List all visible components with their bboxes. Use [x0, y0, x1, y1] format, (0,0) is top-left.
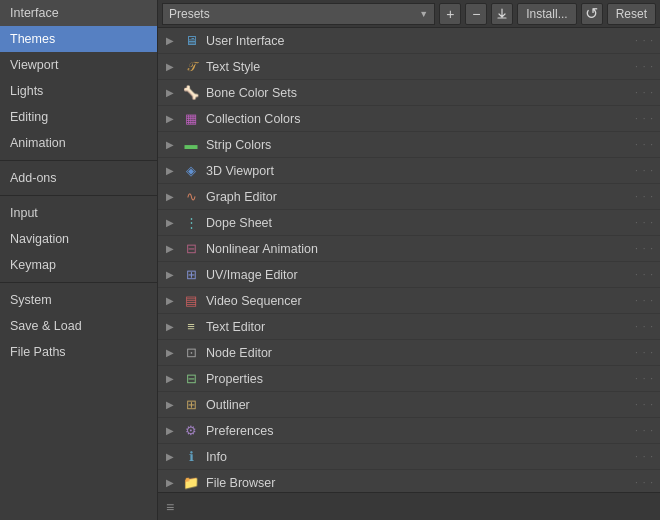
chevron-icon: ▶	[164, 477, 176, 488]
item-options-outliner[interactable]: · · ·	[635, 399, 654, 410]
list-item-text-editor[interactable]: ▶≡Text Editor· · ·	[158, 314, 660, 340]
dropdown-arrow-icon: ▼	[419, 9, 428, 19]
list-item-strip-colors[interactable]: ▶▬Strip Colors· · ·	[158, 132, 660, 158]
sidebar-item-file-paths[interactable]: File Paths	[0, 339, 157, 365]
item-label-outliner: Outliner	[206, 398, 629, 412]
install-button[interactable]: Install...	[517, 3, 576, 25]
remove-preset-button[interactable]: −	[465, 3, 487, 25]
list-item-dope-sheet[interactable]: ▶⋮Dope Sheet· · ·	[158, 210, 660, 236]
item-icon-dope-sheet: ⋮	[182, 214, 200, 232]
list-item-nonlinear-animation[interactable]: ▶⊟Nonlinear Animation· · ·	[158, 236, 660, 262]
chevron-icon: ▶	[164, 425, 176, 436]
presets-dropdown[interactable]: Presets ▼	[162, 3, 435, 25]
sidebar-item-themes[interactable]: Themes	[0, 26, 157, 52]
item-options-file-browser[interactable]: · · ·	[635, 477, 654, 488]
item-options-text-style[interactable]: · · ·	[635, 61, 654, 72]
item-label-text-editor: Text Editor	[206, 320, 629, 334]
sidebar-item-navigation[interactable]: Navigation	[0, 226, 157, 252]
item-options-strip-colors[interactable]: · · ·	[635, 139, 654, 150]
list-item-collection-colors[interactable]: ▶▦Collection Colors· · ·	[158, 106, 660, 132]
list-item-graph-editor[interactable]: ▶∿Graph Editor· · ·	[158, 184, 660, 210]
bottom-bar: ≡	[158, 492, 660, 520]
item-icon-info: ℹ	[182, 448, 200, 466]
item-label-node-editor: Node Editor	[206, 346, 629, 360]
item-options-bone-color-sets[interactable]: · · ·	[635, 87, 654, 98]
chevron-icon: ▶	[164, 295, 176, 306]
download-preset-button[interactable]	[491, 3, 513, 25]
list-item-user-interface[interactable]: ▶🖥User Interface· · ·	[158, 28, 660, 54]
sidebar-item-interface[interactable]: Interface	[0, 0, 157, 26]
item-options-node-editor[interactable]: · · ·	[635, 347, 654, 358]
list-item-text-style[interactable]: ▶𝒯Text Style· · ·	[158, 54, 660, 80]
item-label-video-sequencer: Video Sequencer	[206, 294, 629, 308]
list-item-video-sequencer[interactable]: ▶▤Video Sequencer· · ·	[158, 288, 660, 314]
sidebar-item-save-load[interactable]: Save & Load	[0, 313, 157, 339]
item-options-preferences[interactable]: · · ·	[635, 425, 654, 436]
list-item-properties[interactable]: ▶⊟Properties· · ·	[158, 366, 660, 392]
reset-undo-button[interactable]: ↺	[581, 3, 603, 25]
themes-list: ▶🖥User Interface· · ·▶𝒯Text Style· · ·▶🦴…	[158, 28, 660, 492]
item-options-properties[interactable]: · · ·	[635, 373, 654, 384]
sidebar-divider	[0, 160, 157, 161]
sidebar-item-editing[interactable]: Editing	[0, 104, 157, 130]
item-label-properties: Properties	[206, 372, 629, 386]
chevron-icon: ▶	[164, 347, 176, 358]
list-item-file-browser[interactable]: ▶📁File Browser· · ·	[158, 470, 660, 492]
chevron-icon: ▶	[164, 87, 176, 98]
item-options-text-editor[interactable]: · · ·	[635, 321, 654, 332]
item-icon-collection-colors: ▦	[182, 110, 200, 128]
item-options-uv-image-editor[interactable]: · · ·	[635, 269, 654, 280]
sidebar-item-add-ons[interactable]: Add-ons	[0, 165, 157, 191]
item-icon-text-editor: ≡	[182, 318, 200, 336]
sidebar-item-viewport[interactable]: Viewport	[0, 52, 157, 78]
chevron-icon: ▶	[164, 165, 176, 176]
sidebar-item-input[interactable]: Input	[0, 200, 157, 226]
sidebar-item-keymap[interactable]: Keymap	[0, 252, 157, 278]
item-icon-bone-color-sets: 🦴	[182, 84, 200, 102]
chevron-icon: ▶	[164, 191, 176, 202]
item-label-nonlinear-animation: Nonlinear Animation	[206, 242, 629, 256]
list-item-info[interactable]: ▶ℹInfo· · ·	[158, 444, 660, 470]
list-item-outliner[interactable]: ▶⊞Outliner· · ·	[158, 392, 660, 418]
item-icon-text-style: 𝒯	[182, 58, 200, 76]
item-label-bone-color-sets: Bone Color Sets	[206, 86, 629, 100]
chevron-icon: ▶	[164, 373, 176, 384]
item-options-user-interface[interactable]: · · ·	[635, 35, 654, 46]
item-icon-user-interface: 🖥	[182, 32, 200, 50]
list-item-preferences[interactable]: ▶⚙Preferences· · ·	[158, 418, 660, 444]
item-options-nonlinear-animation[interactable]: · · ·	[635, 243, 654, 254]
sidebar-item-animation[interactable]: Animation	[0, 130, 157, 156]
sidebar-item-system[interactable]: System	[0, 287, 157, 313]
item-options-dope-sheet[interactable]: · · ·	[635, 217, 654, 228]
chevron-icon: ▶	[164, 61, 176, 72]
chevron-icon: ▶	[164, 113, 176, 124]
item-icon-preferences: ⚙	[182, 422, 200, 440]
chevron-icon: ▶	[164, 35, 176, 46]
item-icon-video-sequencer: ▤	[182, 292, 200, 310]
item-label-preferences: Preferences	[206, 424, 629, 438]
item-options-collection-colors[interactable]: · · ·	[635, 113, 654, 124]
list-item-uv-image-editor[interactable]: ▶⊞UV/Image Editor· · ·	[158, 262, 660, 288]
chevron-icon: ▶	[164, 321, 176, 332]
item-options-video-sequencer[interactable]: · · ·	[635, 295, 654, 306]
sidebar-item-lights[interactable]: Lights	[0, 78, 157, 104]
chevron-icon: ▶	[164, 451, 176, 462]
item-icon-nonlinear-animation: ⊟	[182, 240, 200, 258]
item-options-3d-viewport[interactable]: · · ·	[635, 165, 654, 176]
item-label-graph-editor: Graph Editor	[206, 190, 629, 204]
chevron-icon: ▶	[164, 269, 176, 280]
list-item-node-editor[interactable]: ▶⊡Node Editor· · ·	[158, 340, 660, 366]
list-item-bone-color-sets[interactable]: ▶🦴Bone Color Sets· · ·	[158, 80, 660, 106]
reset-button[interactable]: Reset	[607, 3, 656, 25]
chevron-icon: ▶	[164, 243, 176, 254]
hamburger-icon[interactable]: ≡	[166, 499, 174, 515]
item-icon-node-editor: ⊡	[182, 344, 200, 362]
sidebar-divider	[0, 195, 157, 196]
item-icon-strip-colors: ▬	[182, 136, 200, 154]
item-label-user-interface: User Interface	[206, 34, 629, 48]
chevron-icon: ▶	[164, 139, 176, 150]
item-options-graph-editor[interactable]: · · ·	[635, 191, 654, 202]
item-options-info[interactable]: · · ·	[635, 451, 654, 462]
list-item-3d-viewport[interactable]: ▶◈3D Viewport· · ·	[158, 158, 660, 184]
add-preset-button[interactable]: +	[439, 3, 461, 25]
